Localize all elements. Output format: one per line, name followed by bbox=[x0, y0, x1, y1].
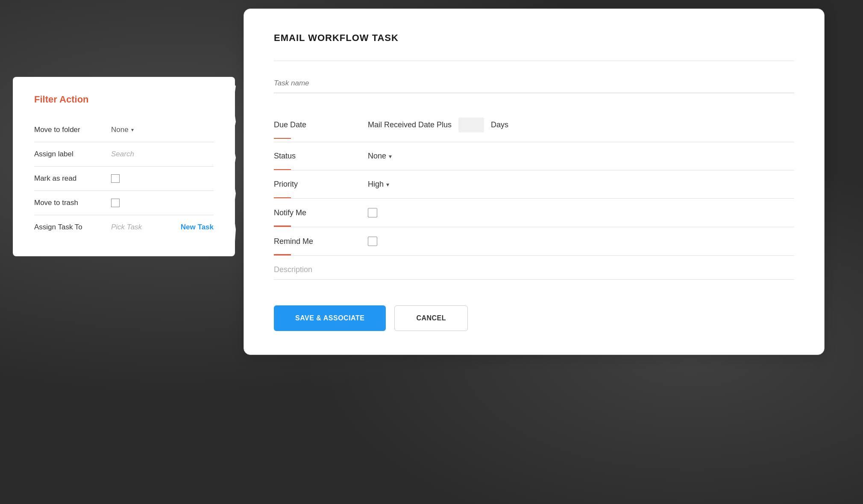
status-value: None ▾ bbox=[368, 152, 794, 161]
days-label: Days bbox=[491, 120, 508, 129]
filter-action-title: Filter Action bbox=[34, 94, 214, 105]
notify-me-row: Notify Me bbox=[274, 199, 794, 227]
description-label: Description bbox=[274, 265, 794, 274]
notify-me-checkbox[interactable] bbox=[368, 208, 377, 217]
save-associate-button[interactable]: SAVE & ASSOCIATE bbox=[274, 305, 386, 331]
move-to-folder-label: Move to folder bbox=[34, 126, 103, 134]
move-to-folder-value: None bbox=[111, 126, 129, 134]
remind-me-value bbox=[368, 237, 794, 246]
notify-me-value bbox=[368, 208, 794, 217]
mark-as-read-row: Mark as read bbox=[34, 167, 214, 191]
priority-value: High ▾ bbox=[368, 180, 794, 189]
priority-chevron-icon: ▾ bbox=[386, 181, 389, 188]
remind-me-checkbox[interactable] bbox=[368, 237, 377, 246]
description-underline bbox=[274, 279, 794, 280]
due-date-value: Mail Received Date Plus Days bbox=[368, 117, 794, 132]
priority-row: Priority High ▾ bbox=[274, 170, 794, 199]
move-to-folder-dropdown[interactable]: None ▾ bbox=[111, 126, 134, 134]
due-date-text: Mail Received Date Plus bbox=[368, 120, 452, 129]
assign-task-row: Assign Task To Pick Task New Task bbox=[34, 215, 214, 239]
description-row: Description bbox=[274, 256, 794, 297]
cancel-button[interactable]: CANCEL bbox=[394, 305, 468, 331]
status-value-text: None bbox=[368, 152, 386, 161]
due-date-row: Due Date Mail Received Date Plus Days bbox=[274, 108, 794, 142]
email-workflow-panel: EMAIL WORKFLOW TASK Due Date Mail Receiv… bbox=[244, 9, 825, 355]
mark-as-read-label: Mark as read bbox=[34, 174, 103, 183]
remind-me-row: Remind Me bbox=[274, 227, 794, 256]
pick-task-input[interactable]: Pick Task bbox=[111, 223, 172, 231]
notify-me-label: Notify Me bbox=[274, 208, 368, 217]
task-name-input[interactable] bbox=[274, 74, 794, 93]
chevron-down-icon: ▾ bbox=[131, 127, 134, 133]
mark-as-read-checkbox[interactable] bbox=[111, 174, 120, 183]
priority-dropdown[interactable]: High ▾ bbox=[368, 180, 389, 189]
priority-value-text: High bbox=[368, 180, 384, 189]
priority-label: Priority bbox=[274, 180, 368, 189]
status-dropdown[interactable]: None ▾ bbox=[368, 152, 392, 161]
move-to-trash-row: Move to trash bbox=[34, 191, 214, 215]
assign-label-label: Assign label bbox=[34, 150, 103, 158]
status-chevron-icon: ▾ bbox=[389, 153, 392, 160]
move-to-trash-label: Move to trash bbox=[34, 199, 103, 207]
due-date-label: Due Date bbox=[274, 120, 368, 129]
status-row: Status None ▾ bbox=[274, 142, 794, 170]
move-to-trash-checkbox[interactable] bbox=[111, 199, 120, 207]
days-input[interactable] bbox=[458, 117, 484, 132]
assign-task-label: Assign Task To bbox=[34, 223, 103, 231]
assign-label-input[interactable]: Search bbox=[111, 150, 134, 158]
button-row: SAVE & ASSOCIATE CANCEL bbox=[274, 305, 794, 331]
move-to-folder-row: Move to folder None ▾ bbox=[34, 118, 214, 142]
panel-title: EMAIL WORKFLOW TASK bbox=[274, 32, 794, 44]
status-label: Status bbox=[274, 152, 368, 161]
assign-label-row: Assign label Search bbox=[34, 142, 214, 167]
remind-me-label: Remind Me bbox=[274, 237, 368, 246]
title-divider bbox=[274, 61, 794, 61]
new-task-button[interactable]: New Task bbox=[181, 223, 214, 231]
filter-action-panel: Filter Action Move to folder None ▾ Assi… bbox=[13, 77, 235, 256]
